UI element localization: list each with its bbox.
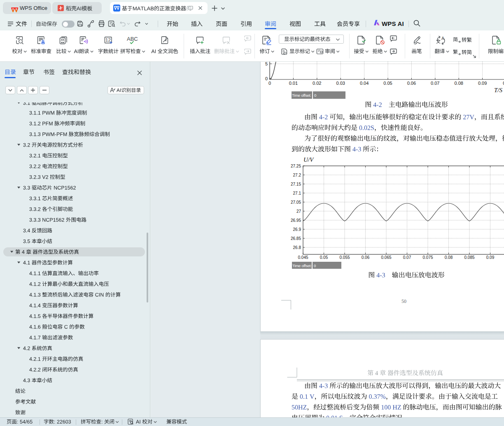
- svg-text:27.1: 27.1: [293, 191, 301, 196]
- svg-text:0.045: 0.045: [298, 255, 308, 260]
- svg-text:0: 0: [268, 81, 271, 86]
- svg-text:0.07: 0.07: [431, 81, 439, 86]
- svg-text:26.8: 26.8: [293, 245, 301, 250]
- svg-text:T/S: T/S: [494, 87, 503, 93]
- svg-text:0.03: 0.03: [336, 81, 345, 86]
- svg-text:0.02: 0.02: [313, 81, 321, 86]
- svg-text:27: 27: [296, 209, 301, 214]
- svg-text:0.06: 0.06: [407, 81, 416, 86]
- svg-text:0.08: 0.08: [454, 81, 463, 86]
- svg-text:0.08: 0.08: [445, 255, 453, 260]
- svg-text:0.055: 0.055: [339, 255, 350, 260]
- svg-text:0.07: 0.07: [403, 255, 411, 260]
- svg-text:27.15: 27.15: [291, 182, 301, 186]
- svg-text:5: 5: [265, 62, 268, 66]
- svg-text:0.065: 0.065: [381, 255, 391, 260]
- svg-text:27.2: 27.2: [293, 173, 301, 177]
- svg-text:0.01: 0.01: [289, 81, 298, 86]
- svg-text:26.85: 26.85: [291, 236, 301, 241]
- svg-text:0.09: 0.09: [486, 255, 495, 260]
- svg-text:26.9: 26.9: [293, 227, 301, 232]
- svg-text:26.95: 26.95: [291, 218, 301, 223]
- svg-text:27.25: 27.25: [291, 164, 301, 168]
- svg-text:0.09: 0.09: [478, 81, 487, 86]
- svg-text:0.06: 0.06: [362, 255, 370, 260]
- svg-text:0: 0: [265, 76, 268, 81]
- svg-text:0.04: 0.04: [360, 81, 369, 86]
- svg-text:0.085: 0.085: [464, 255, 474, 260]
- svg-text:0.075: 0.075: [422, 255, 433, 260]
- svg-text:12: 12: [105, 37, 111, 42]
- svg-text:0.05: 0.05: [383, 81, 392, 86]
- svg-text:27.05: 27.05: [291, 200, 301, 205]
- svg-text:A: A: [441, 36, 444, 41]
- svg-text:0.05: 0.05: [320, 255, 328, 260]
- svg-text:ABC: ABC: [127, 36, 138, 42]
- svg-text:U/V: U/V: [303, 158, 314, 163]
